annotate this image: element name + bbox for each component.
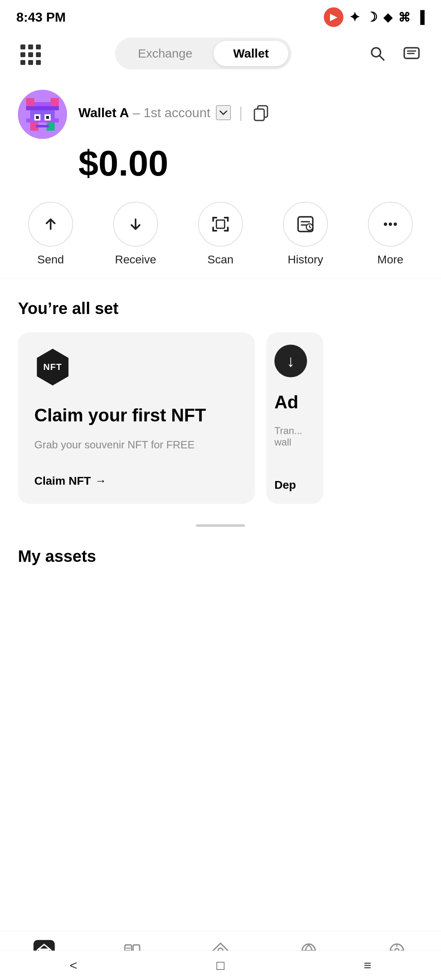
svg-point-28 [394,223,397,226]
wallet-name-row: Wallet A – 1st account | [78,102,423,123]
wallet-tab[interactable]: Wallet [214,41,288,66]
home-system-icon: □ [216,958,224,973]
separator: | [239,104,243,121]
promo-cards-row: NFT Claim your first NFT Grab your souve… [18,332,423,504]
avatar-image [18,90,67,139]
wallet-section: Wallet A – 1st account | [0,78,441,189]
scan-icon [210,214,231,235]
battery-icon: ▐ [416,10,425,24]
claim-nft-label: Claim NFT [34,474,91,488]
send-arrow-icon [40,214,61,235]
copy-icon [252,103,271,122]
wifi-icon: ⌘ [398,10,410,24]
svg-rect-9 [26,106,59,110]
wallet-account-label: 1st account [143,105,210,120]
back-icon: < [70,958,78,973]
header: Exchange Wallet [0,31,441,78]
promo-title: You’re all set [18,299,423,318]
wallet-name-bold: Wallet A [78,105,129,120]
exchange-tab[interactable]: Exchange [118,41,212,66]
svg-rect-6 [26,98,34,106]
send-icon-circle [28,202,73,247]
promo-section: You’re all set NFT Claim your first NFT … [0,283,441,516]
signal-icon: ◆ [383,11,392,24]
bluetooth-icon: ✦ [349,9,360,25]
nft-card-title: Claim your first NFT [34,405,238,426]
my-assets-title: My assets [18,547,423,566]
receive-icon-circle [113,202,158,247]
deposit-promo-card[interactable]: ↓ Ad Tran...wall Dep [266,332,323,504]
grid-icon [18,42,41,65]
deposit-subtitle-partial: Tran...wall [274,425,315,448]
menu-system-icon: ≡ [364,958,372,973]
nft-card-subtitle: Grab your souvenir NFT for FREE [34,439,238,451]
action-buttons: Send Receive Scan [0,189,441,274]
back-button[interactable]: < [58,954,90,977]
more-label: More [377,253,403,266]
system-nav: < □ ≡ [0,951,441,980]
wallet-balance: $0.00 [78,145,423,181]
wallet-dropdown-button[interactable] [216,105,231,120]
send-label: Send [37,253,64,266]
scan-label: Scan [207,253,234,266]
svg-rect-16 [36,116,39,119]
deposit-title-partial: Ad [274,392,315,413]
history-label: History [287,253,323,266]
avatar[interactable] [18,90,67,139]
wallet-info: Wallet A – 1st account | [78,102,423,127]
history-icon [295,214,316,235]
message-button[interactable] [399,40,425,67]
scroll-bar [196,524,245,527]
history-button[interactable]: History [281,202,330,266]
receive-button[interactable]: Receive [111,202,160,266]
camera-indicator-icon: ▶ [324,7,343,27]
wallet-name: Wallet A – 1st account [78,105,210,120]
send-button[interactable]: Send [26,202,75,266]
wallet-header: Wallet A – 1st account | [18,90,423,139]
grid-menu-button[interactable] [16,40,42,67]
svg-point-27 [389,223,392,226]
svg-line-1 [379,56,384,60]
nft-badge-text: NFT [43,362,62,372]
section-divider [0,278,441,279]
status-time: 8:43 PM [16,10,66,25]
status-icons: ▶ ✦ ☽ ◆ ⌘ ▐ [324,7,425,27]
nft-badge: NFT [34,349,71,385]
more-dots-icon [380,214,401,235]
svg-rect-17 [46,116,49,119]
svg-rect-8 [34,102,51,106]
svg-rect-21 [216,220,225,228]
chevron-down-icon [217,106,230,119]
status-bar: 8:43 PM ▶ ✦ ☽ ◆ ⌘ ▐ [0,0,441,31]
search-icon [368,45,386,62]
svg-point-26 [384,223,387,226]
more-button[interactable]: More [366,202,415,266]
claim-nft-link[interactable]: Claim NFT → [34,474,238,488]
deposit-badge-icon: ↓ [287,352,295,370]
main-nav: Exchange Wallet [115,38,292,69]
home-system-button[interactable]: □ [204,954,236,977]
more-icon-circle [368,202,413,247]
history-icon-circle [283,202,328,247]
my-assets-section: My assets [0,535,441,588]
receive-arrow-icon [125,214,146,235]
scan-icon-circle [198,202,243,247]
svg-rect-10 [30,110,55,118]
deposit-badge: ↓ [274,345,307,377]
header-actions [364,40,425,67]
receive-label: Receive [115,253,156,266]
scan-button[interactable]: Scan [196,202,245,266]
copy-button[interactable] [251,102,272,123]
search-button[interactable] [364,40,390,67]
menu-system-button[interactable]: ≡ [352,954,384,977]
svg-rect-11 [26,118,59,122]
svg-rect-7 [51,98,59,106]
moon-icon: ☽ [366,9,378,25]
scroll-indicator [0,516,441,535]
nft-promo-card[interactable]: NFT Claim your first NFT Grab your souve… [18,332,255,504]
claim-nft-arrow: → [95,474,106,488]
svg-rect-20 [254,109,264,120]
deposit-link-partial: Dep [274,479,315,492]
wallet-name-separator: – [133,105,144,120]
message-icon [403,45,421,62]
